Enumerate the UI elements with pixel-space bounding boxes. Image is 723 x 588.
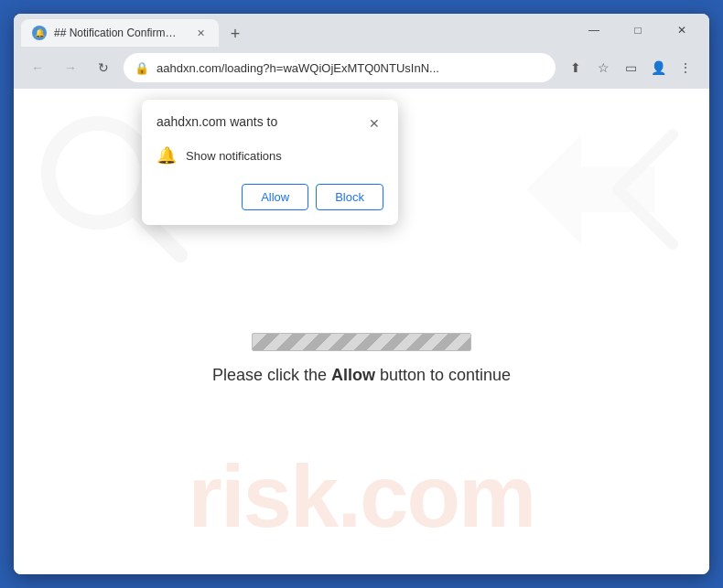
lock-icon: 🔒 — [135, 61, 149, 75]
window-controls: — □ ✕ — [574, 16, 702, 44]
popup-permission-row: 🔔 Show notifications — [156, 142, 383, 169]
bell-icon: 🔔 — [156, 145, 177, 166]
browser-window: ## Notification Confirmation ## ✕ + — □ … — [14, 14, 709, 574]
progress-bar-container — [252, 333, 471, 351]
maximize-button[interactable]: □ — [618, 16, 658, 44]
notification-popup: aahdxn.com wants to ✕ 🔔 Show notificatio… — [142, 100, 398, 225]
url-bar[interactable]: 🔒 aahdxn.com/loading?h=waWQiOjExMTQ0NTUs… — [124, 53, 556, 82]
loading-text-bold: Allow — [331, 366, 375, 384]
active-tab[interactable]: ## Notification Confirmation ## ✕ — [21, 19, 219, 47]
loading-text-suffix: button to continue — [375, 366, 511, 384]
page-content: risk.com aahdxn.com wants to ✕ 🔔 Show no… — [14, 89, 709, 574]
new-tab-button[interactable]: + — [222, 21, 248, 47]
menu-button[interactable]: ⋮ — [673, 55, 698, 80]
loading-section: Please click the Allow button to continu… — [212, 333, 511, 385]
tab-favicon — [32, 26, 47, 40]
back-button[interactable]: ← — [25, 55, 50, 80]
popup-close-button[interactable]: ✕ — [365, 114, 383, 133]
bookmark-button[interactable]: ☆ — [590, 55, 616, 80]
permission-text: Show notifications — [186, 149, 282, 163]
url-text: aahdxn.com/loading?h=waWQiOjExMTQ0NTUsIn… — [156, 61, 545, 75]
title-bar: ## Notification Confirmation ## ✕ + — □ … — [14, 14, 709, 47]
loading-text: Please click the Allow button to continu… — [212, 366, 511, 385]
svg-point-0 — [49, 123, 147, 222]
block-button[interactable]: Block — [316, 184, 383, 210]
watermark-text: risk.com — [189, 446, 535, 547]
share-button[interactable]: ⬆ — [563, 55, 588, 80]
toolbar-icons: ⬆ ☆ ▭ 👤 ⋮ — [563, 55, 698, 80]
close-button[interactable]: ✕ — [662, 16, 702, 44]
forward-button[interactable]: → — [58, 55, 83, 80]
tab-close-button[interactable]: ✕ — [193, 26, 208, 40]
profile-button[interactable]: 👤 — [645, 55, 671, 80]
tab-strip: ## Notification Confirmation ## ✕ + — [21, 14, 570, 47]
tab-label: ## Notification Confirmation ## — [54, 27, 182, 39]
popup-header: aahdxn.com wants to ✕ — [156, 114, 383, 133]
reload-button[interactable]: ↻ — [91, 55, 116, 80]
sidebar-button[interactable]: ▭ — [618, 55, 643, 80]
loading-text-prefix: Please click the — [212, 366, 331, 384]
address-bar: ← → ↻ 🔒 aahdxn.com/loading?h=waWQiOjExMT… — [14, 47, 709, 89]
allow-button[interactable]: Allow — [242, 184, 308, 210]
popup-buttons: Allow Block — [156, 184, 383, 210]
popup-title: aahdxn.com wants to — [156, 114, 277, 129]
progress-bar — [253, 334, 470, 350]
watermark-arrows-icon — [508, 116, 691, 262]
minimize-button[interactable]: — — [574, 16, 614, 44]
